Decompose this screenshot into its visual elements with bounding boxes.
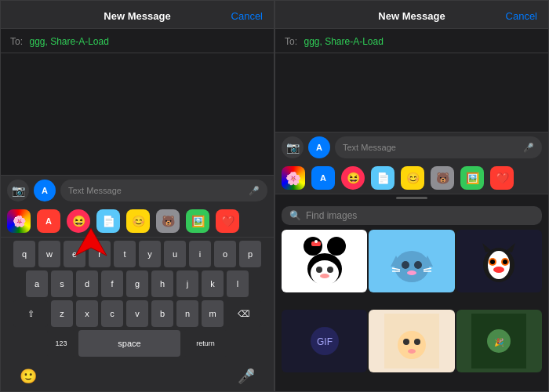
right-mic-icon: 🎤 — [523, 143, 534, 153]
key-e[interactable]: e — [64, 241, 85, 267]
key-q[interactable]: q — [13, 241, 35, 267]
key-k[interactable]: k — [202, 270, 224, 297]
svg-point-6 — [327, 267, 333, 273]
right-title: New Message — [378, 10, 445, 22]
key-z[interactable]: z — [51, 300, 73, 327]
mic-icon: 🎤 — [249, 186, 260, 196]
emoji-icon[interactable]: 🙂 — [20, 368, 37, 385]
svg-text:GIF: GIF — [317, 336, 333, 347]
gif-cell-6[interactable]: 🎉 — [456, 310, 542, 372]
gif-cell-1[interactable] — [282, 230, 367, 292]
gif-search-bar[interactable]: 🔍 Find images — [282, 206, 542, 225]
divider — [396, 197, 427, 199]
key-m[interactable]: m — [202, 300, 224, 327]
gif-cell-4[interactable]: GIF — [282, 310, 367, 372]
key-b[interactable]: b — [151, 300, 173, 327]
right-emoji-icon[interactable]: 😆 — [341, 166, 365, 190]
key-s[interactable]: s — [51, 270, 73, 297]
left-to-field: To: ggg, Share-A-Load — [1, 29, 274, 53]
right-text-input[interactable]: Text Message 🎤 — [335, 136, 542, 158]
key-l[interactable]: l — [227, 270, 249, 297]
key-g[interactable]: g — [126, 270, 148, 297]
svg-point-35 — [414, 339, 420, 345]
right-camera-icon[interactable]: 📷 — [282, 136, 304, 158]
left-phone: New Message Cancel To: ggg, Share-A-Load… — [0, 0, 274, 392]
svg-marker-23 — [506, 243, 515, 252]
svg-point-4 — [311, 260, 339, 285]
key-c[interactable]: c — [101, 300, 123, 327]
right-phone: New Message Cancel To: ggg, Share-A-Load… — [274, 0, 549, 392]
key-delete[interactable]: ⌫ — [227, 300, 261, 327]
key-return[interactable]: return — [184, 330, 227, 357]
key-v[interactable]: v — [126, 300, 148, 327]
svg-point-2 — [327, 237, 346, 256]
keyboard-row4: 123 space return — [3, 330, 271, 357]
left-toolbar: 📷 A Text Message 🎤 — [1, 175, 274, 205]
keyboard: q w e r t y u i o p a s d f g h j k l — [1, 238, 274, 365]
text-input[interactable]: Text Message 🎤 — [60, 180, 267, 201]
key-w[interactable]: w — [38, 241, 60, 267]
to-value: ggg, Share-A-Load — [29, 36, 108, 47]
appstore-icon[interactable]: A — [34, 180, 56, 201]
gif-cell-5[interactable] — [369, 310, 454, 372]
svg-point-34 — [403, 339, 409, 345]
gif-grid: GIF 🎉 — [275, 230, 548, 391]
bear-app-icon[interactable]: 🐻 — [156, 209, 180, 233]
key-o[interactable]: o — [214, 241, 236, 267]
right-gifs-icon[interactable]: 🖼️ — [460, 166, 484, 190]
left-message-area[interactable] — [1, 53, 274, 175]
right-memoji-icon[interactable]: 😊 — [401, 166, 424, 190]
svg-point-36 — [408, 349, 416, 354]
to-label: To: — [10, 36, 23, 47]
emoji-app-icon[interactable]: 😆 — [67, 209, 90, 233]
mic-bottom-icon[interactable]: 🎤 — [238, 368, 255, 385]
gif-search-icon: 🔍 — [289, 210, 301, 221]
key-d[interactable]: d — [76, 270, 98, 297]
heart-app-icon[interactable]: ❤️ — [216, 209, 239, 233]
key-123[interactable]: 123 — [47, 330, 75, 357]
gifs-app-icon[interactable]: 🖼️ — [186, 209, 209, 233]
right-cancel-button[interactable]: Cancel — [506, 10, 537, 22]
key-i[interactable]: i — [189, 241, 211, 267]
camera-icon[interactable]: 📷 — [7, 180, 29, 201]
photos-app-icon[interactable]: 🌸 — [7, 209, 31, 233]
key-y[interactable]: y — [139, 241, 161, 267]
right-appstore-icon[interactable]: A — [308, 136, 330, 158]
svg-point-28 — [493, 267, 504, 273]
key-f[interactable]: f — [101, 270, 123, 297]
gif-cell-3[interactable] — [456, 230, 542, 292]
right-heart-icon[interactable]: ❤️ — [490, 166, 514, 190]
key-space[interactable]: space — [78, 330, 180, 357]
key-p[interactable]: p — [239, 241, 261, 267]
key-x[interactable]: x — [76, 300, 98, 327]
key-n[interactable]: n — [176, 300, 198, 327]
key-t[interactable]: t — [114, 241, 136, 267]
left-cancel-button[interactable]: Cancel — [231, 10, 263, 22]
right-to-field: To: ggg, Share-A-Load — [275, 29, 548, 53]
left-bottom-bar: 🙂 🎤 — [1, 365, 274, 391]
right-files-icon[interactable]: 📄 — [371, 166, 394, 190]
gif-search-placeholder: Find images — [306, 210, 357, 221]
right-message-area[interactable] — [275, 53, 548, 132]
left-header: New Message Cancel — [1, 1, 274, 29]
svg-point-13 — [402, 261, 409, 269]
svg-point-7 — [320, 274, 329, 278]
memoji-app-icon[interactable]: 😊 — [126, 209, 150, 233]
gif-panel: 🔍 Find images — [275, 201, 548, 391]
key-u[interactable]: u — [164, 241, 186, 267]
right-bear-icon[interactable]: 🐻 — [431, 166, 454, 190]
right-photos-icon[interactable]: 🌸 — [282, 166, 305, 190]
key-r[interactable]: r — [89, 241, 111, 267]
key-j[interactable]: j — [176, 270, 198, 297]
stickers-app-icon[interactable]: A — [37, 209, 60, 233]
key-shift[interactable]: ⇧ — [13, 300, 48, 327]
right-to-value: ggg, Share-A-Load — [304, 36, 383, 47]
right-stickers-icon[interactable]: A — [311, 166, 335, 190]
gif-cell-2[interactable] — [369, 230, 454, 292]
keyboard-row2: a s d f g h j k l — [3, 270, 271, 297]
key-a[interactable]: a — [26, 270, 48, 297]
key-h[interactable]: h — [151, 270, 173, 297]
right-toolbar: 📷 A Text Message 🎤 — [275, 132, 548, 162]
files-app-icon[interactable]: 📄 — [96, 209, 120, 233]
svg-point-14 — [414, 261, 422, 269]
